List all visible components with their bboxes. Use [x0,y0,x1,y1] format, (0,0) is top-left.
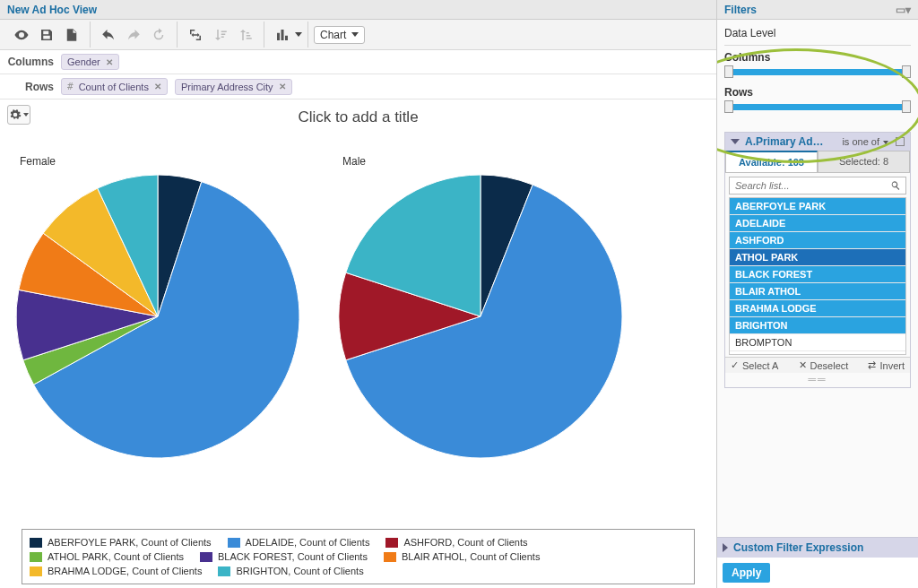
pie-chart [337,173,624,463]
chart-title-placeholder[interactable]: Click to add a title [11,108,706,126]
deselect-all-button[interactable]: ✕ Deselect [799,359,849,371]
toolbar: Chart [0,20,716,50]
legend-item: ATHOL PARK, Count of Clients [30,549,184,564]
facet-title: Female [20,155,301,168]
select-all-button[interactable]: ✓ Select A [731,359,778,371]
filter-field-name: A.Primary Addres… [745,135,827,148]
data-level-label: Data Level [724,23,911,46]
filter-value-list[interactable]: ABERFOYLE PARKADELAIDEASHFORDATHOL PARKB… [729,197,906,355]
legend-item: ASHFORD, Count of Clients [385,535,527,549]
rows-shelf-label: Rows [5,81,61,93]
save-icon[interactable] [36,23,57,47]
chart-canvas: Click to add a title FemaleMale ABERFOYL… [0,99,716,588]
rows-shelf[interactable]: Rows #Count of Clients✕Primary Address C… [0,74,716,99]
filter-value-item[interactable]: ABERFOYLE PARK [730,198,905,215]
columns-shelf[interactable]: Columns Gender✕ [0,50,716,74]
filter-value-item[interactable]: BLAIR ATHOL [730,283,905,300]
export-icon[interactable] [61,23,82,47]
rows-level-slider[interactable] [726,104,909,110]
filter-value-item[interactable]: BROOKLYN PARK [730,351,905,355]
chip-remove-icon[interactable]: ✕ [106,57,113,67]
filter-collapse-icon[interactable] [731,139,740,144]
canvas-options-button[interactable] [7,105,30,125]
dl-columns-label: Columns [724,51,911,64]
dl-rows-label: Rows [724,86,911,99]
slider-handle-left[interactable] [724,65,733,78]
slider-handle-right[interactable] [902,65,911,78]
filters-panel-title: Filters [724,0,757,20]
legend-item: BRAHMA LODGE, Count of Clients [30,564,202,578]
filter-value-item[interactable]: ASHFORD [730,232,905,249]
facet-title: Male [342,155,624,168]
page-title: New Ad Hoc View [0,0,716,20]
undo-icon[interactable] [98,23,119,47]
custom-filter-expression-header[interactable]: Custom Filter Expression [717,537,918,558]
display-mode-select[interactable]: Chart [314,26,365,44]
filter-search-input[interactable] [733,179,889,192]
field-chip[interactable]: Primary Address City✕ [175,79,292,95]
chip-remove-icon[interactable]: ✕ [279,82,286,91]
filter-value-item[interactable]: ADELAIDE [730,215,905,232]
filter-operator-select[interactable]: is one of [842,136,888,147]
preview-icon[interactable] [11,23,32,47]
legend-item: ABERFOYLE PARK, Count of Clients [30,535,212,549]
legend-item: BLAIR ATHOL, Count of Clients [384,549,540,564]
slider-handle-left[interactable] [724,100,733,113]
caret-right-icon [723,543,728,552]
filter-value-item[interactable]: ATHOL PARK [730,249,905,266]
filter-value-item[interactable]: BROMPTON [730,334,905,351]
legend-item: ADELAIDE, Count of Clients [228,535,370,549]
filter-value-item[interactable]: BLACK FOREST [730,266,905,283]
search-icon[interactable] [889,179,902,192]
reset-icon [148,23,169,47]
chart-type-icon[interactable] [272,23,293,47]
field-chip[interactable]: #Count of Clients✕ [61,78,168,95]
resize-grip[interactable]: ══ [725,373,910,387]
filter-settings-icon[interactable] [896,137,905,146]
pivot-icon[interactable] [185,23,206,47]
columns-shelf-label: Columns [5,56,61,68]
chip-remove-icon[interactable]: ✕ [154,82,161,91]
slider-handle-right[interactable] [902,100,911,113]
filter-value-item[interactable]: BRAHMA LODGE [730,300,905,317]
sort-asc-icon [210,23,231,47]
apply-button[interactable]: Apply [723,563,770,583]
columns-level-slider[interactable] [726,69,909,75]
field-chip[interactable]: Gender✕ [61,54,119,70]
tab-selected[interactable]: Selected: 8 [818,151,910,172]
legend-item: BRIGHTON, Count of Clients [218,564,363,578]
legend-item: BLACK FOREST, Count of Clients [200,549,368,564]
tab-available[interactable]: Available: 103 [725,151,818,172]
filters-panel-menu-icon[interactable]: ▭▾ [896,0,911,20]
chart-type-caret-icon[interactable] [295,32,302,37]
legend: ABERFOYLE PARK, Count of ClientsADELAIDE… [22,529,695,584]
invert-selection-button[interactable]: ⇄ Invert [868,359,905,371]
pie-chart [14,173,301,463]
sort-desc-icon [235,23,256,47]
redo-icon [123,23,144,47]
filter-value-item[interactable]: BRIGHTON [730,317,905,334]
filter-block-primary-address: A.Primary Addres… is one of Available: 1… [724,132,911,388]
